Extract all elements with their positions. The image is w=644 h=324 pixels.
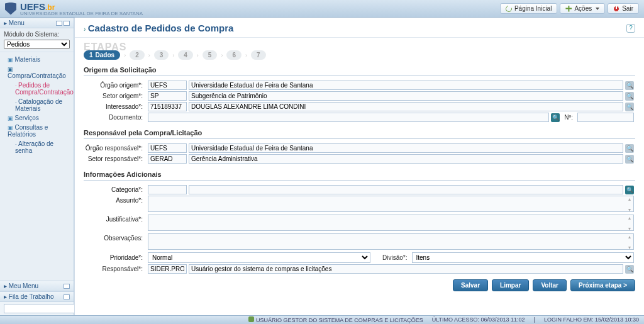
responsavel-lookup-icon[interactable]: 🔍 bbox=[625, 265, 634, 274]
tree-compra[interactable]: Compra/Contratação bbox=[4, 64, 70, 81]
documento-lookup-icon[interactable]: 🔍 bbox=[551, 113, 560, 122]
section-info: Informações Adicionais Categoria*: 🔍 Ass… bbox=[75, 164, 644, 274]
sidebar: ▸ Menu Módulo do Sistema: Pedidos Materi… bbox=[0, 18, 74, 315]
salvar-button[interactable]: Salvar bbox=[453, 279, 488, 291]
documento-input[interactable] bbox=[148, 113, 549, 122]
logo-shield-icon bbox=[5, 3, 16, 15]
observacoes-label: Observações: bbox=[84, 233, 147, 252]
voltar-button[interactable]: Voltar bbox=[533, 279, 567, 291]
interessado-desc[interactable] bbox=[189, 102, 623, 111]
setor-origem-label: Setor origem*: bbox=[84, 91, 147, 101]
step-7[interactable]: 7 bbox=[251, 50, 266, 60]
orgao-resp-desc[interactable] bbox=[189, 143, 623, 153]
step-1[interactable]: 1Dados bbox=[84, 50, 120, 60]
page-title-bar: ›Cadastro de Pedidos de Compra ? bbox=[75, 18, 644, 38]
tree-consultas[interactable]: Consultas e Relatórios bbox=[4, 123, 70, 139]
tree-materiais[interactable]: Materiais bbox=[4, 55, 70, 64]
assunto-textarea[interactable] bbox=[148, 196, 634, 212]
actions-button[interactable]: Ações bbox=[560, 3, 605, 14]
proxima-button[interactable]: Próxima etapa > bbox=[570, 279, 635, 291]
scroll-down-icon[interactable]: ▾ bbox=[628, 226, 634, 232]
scroll-down-icon[interactable]: ▾ bbox=[628, 245, 634, 250]
documento-label: Documento: bbox=[84, 112, 147, 123]
topbar: UEFS.br UNIVERSIDADE ESTADUAL DE FEIRA D… bbox=[0, 0, 644, 18]
panel-pin-icon[interactable] bbox=[64, 21, 70, 26]
home-button[interactable]: Página Inicial bbox=[500, 3, 557, 14]
section-origem: Origem da Solicitação Órgão origem*: 🔍 S… bbox=[75, 60, 644, 123]
interessado-code[interactable] bbox=[148, 102, 187, 111]
orgao-resp-lookup-icon[interactable]: 🔍 bbox=[625, 144, 634, 153]
step-2[interactable]: 2 bbox=[130, 50, 145, 60]
setor-resp-desc[interactable] bbox=[189, 154, 623, 164]
info-title: Informações Adicionais bbox=[84, 170, 635, 181]
setor-resp-label: Setor responsável*: bbox=[84, 154, 147, 164]
statusbar: USUÁRIO GESTOR DO SISTEMA DE COMPRAS E L… bbox=[0, 315, 644, 324]
orgao-origem-desc[interactable] bbox=[189, 81, 623, 90]
setor-origem-desc[interactable] bbox=[189, 91, 623, 101]
limpar-button[interactable]: Limpar bbox=[492, 279, 529, 291]
justificativa-textarea[interactable] bbox=[148, 215, 634, 231]
section-responsavel: Responsável pela Compra/Licitação Órgão … bbox=[75, 123, 644, 164]
panel-collapse-icon[interactable] bbox=[56, 21, 62, 26]
categoria-code[interactable] bbox=[148, 185, 187, 194]
fila-header[interactable]: ▸ Fila de Trabalho bbox=[0, 291, 74, 302]
help-button[interactable]: ? bbox=[626, 24, 635, 33]
nav-tree: Materiais Compra/Contratação Pedidos de … bbox=[0, 52, 74, 158]
exit-button[interactable]: Sair bbox=[608, 3, 639, 14]
setor-resp-code[interactable] bbox=[148, 154, 187, 164]
module-select[interactable]: Pedidos bbox=[4, 40, 70, 49]
fila-tool-icon[interactable] bbox=[64, 294, 70, 299]
step-3[interactable]: 3 bbox=[154, 50, 169, 60]
meu-menu-tool-icon[interactable] bbox=[64, 284, 70, 289]
step-4[interactable]: 4 bbox=[178, 50, 193, 60]
prioridade-select[interactable]: Normal bbox=[148, 252, 370, 263]
responsavel-label: Responsável*: bbox=[84, 264, 147, 274]
tree-servicos[interactable]: Serviços bbox=[4, 113, 70, 123]
responsavel-desc[interactable] bbox=[189, 264, 623, 274]
origem-title: Origem da Solicitação bbox=[84, 66, 635, 76]
page-title: ›Cadastro de Pedidos de Compra bbox=[84, 23, 233, 33]
power-icon bbox=[613, 6, 619, 12]
scroll-up-icon[interactable]: ▴ bbox=[628, 196, 634, 202]
scroll-up-icon[interactable]: ▴ bbox=[628, 234, 634, 240]
topbar-actions: Página Inicial Ações Sair bbox=[500, 3, 639, 14]
justificativa-label: Justificativa*: bbox=[84, 214, 147, 233]
prioridade-label: Prioridade*: bbox=[84, 252, 147, 264]
status-last-access: ÚLTIMO ACESSO: 06/03/2013 11:02 bbox=[432, 316, 525, 323]
observacoes-textarea[interactable] bbox=[148, 233, 634, 250]
setor-origem-lookup-icon[interactable]: 🔍 bbox=[625, 92, 634, 101]
orgao-origem-label: Órgão origem*: bbox=[84, 80, 147, 91]
step-5[interactable]: 5 bbox=[203, 50, 218, 60]
step-6[interactable]: 6 bbox=[226, 50, 242, 60]
orgao-origem-code[interactable] bbox=[148, 81, 187, 90]
orgao-origem-lookup-icon[interactable]: 🔍 bbox=[625, 81, 634, 90]
setor-resp-lookup-icon[interactable]: 🔍 bbox=[625, 155, 634, 164]
wizard-steps: ETAPAS 1Dados › 2› 3› 4› 5› 6› 7 bbox=[75, 38, 644, 60]
fila-label: Fila de Trabalho bbox=[9, 293, 54, 300]
categoria-desc[interactable] bbox=[189, 185, 623, 194]
divisao-label: Divisão*: bbox=[372, 254, 410, 261]
tree-catalog-link[interactable]: Catalogação de Materiais bbox=[11, 97, 70, 113]
interessado-lookup-icon[interactable]: 🔍 bbox=[625, 103, 634, 111]
responsavel-code[interactable] bbox=[148, 264, 187, 274]
responsavel-title: Responsável pela Compra/Licitação bbox=[84, 129, 635, 139]
interessado-label: Interessado*: bbox=[84, 101, 147, 112]
setor-origem-code[interactable] bbox=[148, 91, 187, 101]
menu-panel-header[interactable]: ▸ Menu bbox=[0, 18, 74, 28]
scroll-up-icon[interactable]: ▴ bbox=[628, 215, 634, 221]
main-content: ›Cadastro de Pedidos de Compra ? ETAPAS … bbox=[74, 18, 644, 315]
user-icon bbox=[248, 316, 254, 322]
menu-title: Menu bbox=[9, 20, 25, 26]
status-user: USUÁRIO GESTOR DO SISTEMA DE COMPRAS E L… bbox=[248, 316, 423, 323]
chevron-down-icon bbox=[596, 8, 599, 10]
orgao-resp-code[interactable] bbox=[148, 143, 187, 153]
logo-text: UEFS.br bbox=[20, 1, 55, 12]
numero-input[interactable] bbox=[577, 113, 634, 122]
tree-pedidos-link[interactable]: Pedidos de Compra/Contratação bbox=[11, 81, 70, 97]
scroll-down-icon[interactable]: ▾ bbox=[628, 207, 634, 213]
divisao-select[interactable]: Itens bbox=[412, 252, 635, 263]
meu-menu-header[interactable]: ▸ Meu Menu bbox=[0, 281, 74, 291]
categoria-lookup-icon[interactable]: 🔍 bbox=[625, 186, 634, 194]
tree-alteracao-link[interactable]: Alteração de senha bbox=[11, 139, 70, 155]
home-label: Página Inicial bbox=[514, 5, 552, 12]
